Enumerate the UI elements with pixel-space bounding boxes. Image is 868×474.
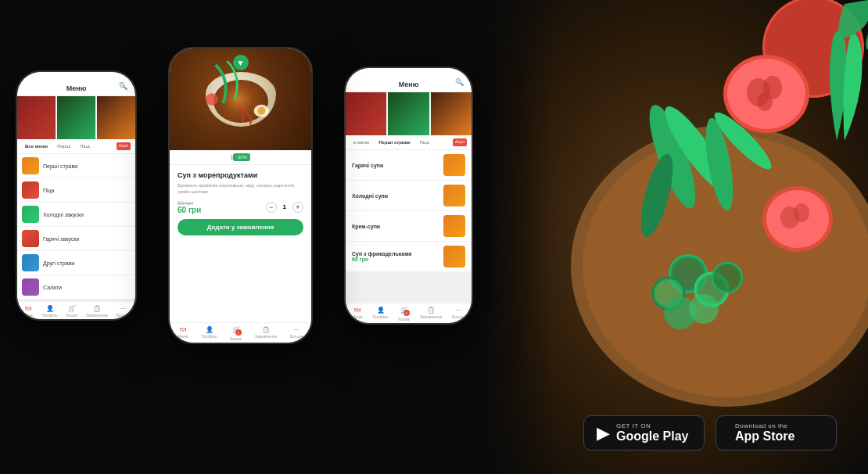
subcategory-name-1: Гарячі супи: [352, 163, 443, 168]
nav-menu-c[interactable]: 🍽 Меню: [178, 326, 188, 341]
nav-more-label: Більше: [117, 313, 130, 318]
app-store-text: Download on the App Store: [735, 422, 794, 443]
google-play-line1: GET IT ON: [616, 422, 688, 429]
list-item[interactable]: Салати: [17, 275, 135, 299]
tab-pizza-r[interactable]: Піца: [417, 138, 432, 146]
more-icon-r: ⋯: [455, 307, 461, 314]
subcategory-img-1: [443, 154, 465, 176]
search-icon-right: 🔍: [455, 78, 464, 86]
dish-name: Суп з морепродуктами: [178, 171, 303, 179]
nav-orders-r[interactable]: 📋 Замовлення: [420, 307, 443, 321]
svg-point-13: [708, 106, 777, 175]
svg-point-3: [765, 0, 862, 95]
nav-orders-c[interactable]: 📋 Замовлення: [255, 326, 278, 341]
svg-point-9: [640, 100, 705, 213]
add-to-order-button[interactable]: Додати у замовлення: [178, 219, 303, 235]
google-play-button[interactable]: ▶ GET IT ON Google Play: [583, 415, 705, 451]
orders-icon-r: 📋: [427, 307, 435, 314]
banner-item-r1: [346, 92, 386, 135]
nav-more[interactable]: ⋯ Більше: [117, 305, 130, 318]
qty-minus-button[interactable]: −: [266, 202, 277, 213]
phone-left-title: Меню: [66, 84, 87, 92]
subcategory-content-2: Холодні супи: [352, 193, 443, 199]
nav-basket-c[interactable]: 🛒 1 Кошик: [230, 326, 242, 341]
dish-image: ▼: [170, 48, 311, 150]
item-img-cold: [22, 206, 39, 223]
nav-basket-r[interactable]: 🛒 1 Кошик: [398, 307, 410, 321]
list-item[interactable]: Піца: [17, 178, 135, 202]
list-item[interactable]: Крем-супи: [346, 211, 472, 241]
google-play-line2: Google Play: [616, 429, 688, 443]
actsiya-badge-left: Акція: [117, 142, 131, 150]
list-item[interactable]: Перші страви: [17, 154, 135, 178]
food-banner-left: [17, 96, 135, 139]
subcategory-content-4: Суп з фрикадельками 60 грн: [352, 251, 443, 262]
phone-center-screen: ▼ ℹ: [170, 48, 311, 343]
more-icon-c: ⋯: [293, 326, 299, 333]
nav-more-r[interactable]: ⋯ Більше: [452, 307, 465, 321]
svg-point-6: [747, 78, 770, 106]
subcategory-name-2: Холодні супи: [352, 193, 443, 199]
svg-point-15: [671, 257, 705, 291]
phone-right-screen: Меню 🔍 е меню Перші страви Піца Акція Га…: [346, 68, 472, 323]
qty-value: 1: [283, 203, 286, 210]
list-item[interactable]: Гарячі супи: [346, 150, 472, 180]
nav-orders-label-r: Замовлення: [420, 314, 443, 319]
list-item[interactable]: Холодні закуски: [17, 203, 135, 226]
tab-all-r[interactable]: е меню: [350, 138, 372, 146]
nav-profile-c[interactable]: 👤 Профіль: [202, 326, 217, 341]
subcategory-img-4: [443, 246, 465, 268]
nav-profile-r[interactable]: 👤 Профіль: [373, 307, 389, 321]
nav-profile-label: Профіль: [42, 313, 58, 318]
actsiya-badge-right: Акція: [453, 138, 467, 146]
nav-menu-label-c: Меню: [178, 334, 188, 339]
nav-menu[interactable]: 🍽 Меню: [23, 305, 34, 318]
menu-icon-c: 🍽: [180, 326, 186, 333]
download-area: ▶ GET IT ON Google Play Download on the …: [583, 415, 837, 451]
more-icon: ⋯: [120, 305, 126, 312]
nav-basket[interactable]: 🛒 Кошик: [66, 305, 77, 318]
list-item[interactable]: Гарячі закуски: [17, 227, 135, 250]
nav-orders-label: Замовлення: [86, 313, 109, 318]
list-item[interactable]: Холодні супи: [346, 181, 472, 210]
menu-list-left: Перші страви Піца Холодні закуски Гарячі…: [17, 154, 135, 301]
bottom-nav-left: 🍽 Меню 👤 Профіль 🛒 Кошик 📋 Замовлення ⋯: [17, 301, 135, 319]
bottom-nav-right: 🍽 Меню 👤 Профіль 🛒 1 Кошик 📋 Замовлення: [346, 303, 472, 323]
tab-all-menu[interactable]: Все меню: [22, 142, 51, 150]
phone-center-header: ℹ -30%: [170, 150, 311, 165]
phone-right-header: Меню 🔍: [346, 68, 472, 92]
menu-list-right: Гарячі супи Холодні супи Крем-супи: [346, 150, 472, 303]
item-img-soup: [22, 157, 39, 174]
list-item[interactable]: Другі страви: [17, 251, 135, 275]
svg-point-17: [696, 274, 727, 305]
basket-badge: 1: [235, 329, 242, 336]
svg-point-11: [701, 116, 738, 212]
nav-orders[interactable]: 📋 Замовлення: [86, 305, 109, 318]
svg-point-2: [762, 0, 864, 98]
bottom-nav-center: 🍽 Меню 👤 Профіль 🛒 1 Кошик 📋 Замовлення: [170, 322, 311, 343]
list-item[interactable]: Суп з фрикадельками 60 грн: [346, 242, 472, 271]
google-play-text: GET IT ON Google Play: [616, 422, 688, 443]
food-banner-right: [346, 92, 472, 135]
svg-point-22: [664, 296, 697, 329]
tab-first[interactable]: Перші: [54, 142, 74, 150]
nav-menu-r[interactable]: 🍽 Меню: [352, 307, 363, 321]
nav-more-c[interactable]: ⋯ Більше: [290, 326, 303, 341]
svg-point-0: [571, 125, 868, 407]
orders-icon-c: 📋: [262, 326, 270, 333]
profile-icon: 👤: [46, 305, 54, 312]
svg-point-26: [780, 206, 799, 228]
tab-first-r[interactable]: Перші страви: [375, 138, 413, 146]
svg-point-25: [766, 190, 829, 248]
item-label-soup: Перші страви: [43, 163, 77, 169]
svg-point-1: [583, 135, 868, 397]
app-store-line2: App Store: [735, 429, 794, 443]
menu-tabs-right: е меню Перші страви Піца Акція: [346, 135, 472, 150]
nav-profile[interactable]: 👤 Профіль: [42, 305, 58, 318]
nav-basket-label: Кошик: [66, 313, 77, 318]
tab-pizza-left[interactable]: Піца: [77, 142, 92, 150]
app-store-button[interactable]: Download on the App Store: [716, 415, 837, 451]
dish-detail: Суп з морепродуктами Брокколі, креветки …: [170, 165, 311, 322]
item-label-cold: Холодні закуски: [43, 212, 84, 217]
qty-plus-button[interactable]: +: [292, 202, 303, 213]
